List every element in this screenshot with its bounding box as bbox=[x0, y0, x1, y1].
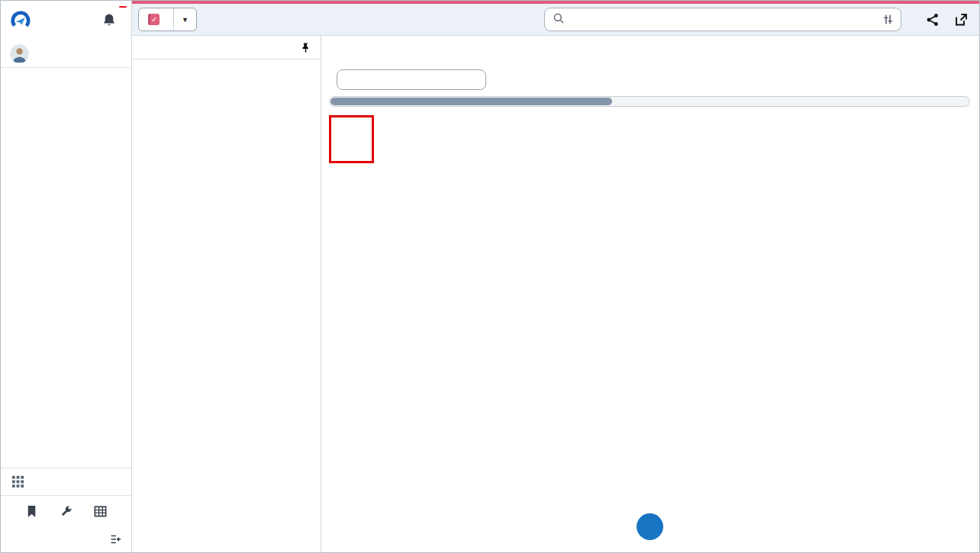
current-page-button[interactable] bbox=[637, 513, 663, 540]
topbar: ▼ bbox=[132, 1, 979, 36]
esm-app-window: ▼ bbox=[0, 0, 980, 553]
search-filter-icon[interactable] bbox=[882, 13, 895, 26]
diff-from-selection-control[interactable] bbox=[337, 69, 486, 90]
notification-bell-icon[interactable] bbox=[101, 11, 121, 31]
grid-menu-icon bbox=[10, 474, 25, 490]
annotation-red-box bbox=[329, 115, 374, 163]
task-register-button[interactable]: ▼ bbox=[138, 8, 197, 31]
main-content bbox=[321, 36, 979, 552]
task-check-icon bbox=[148, 14, 160, 25]
pagination bbox=[329, 506, 970, 552]
esm-logo-icon bbox=[10, 10, 31, 31]
notification-badge bbox=[119, 6, 127, 8]
collapse-sidebar-icon[interactable] bbox=[108, 532, 122, 546]
task-nav-panel bbox=[132, 36, 321, 552]
search-icon bbox=[553, 12, 565, 27]
search-input[interactable] bbox=[570, 14, 876, 25]
horizontal-scrollbar bbox=[329, 96, 970, 107]
open-in-new-icon[interactable] bbox=[953, 12, 969, 27]
all-menu-button[interactable] bbox=[1, 468, 131, 496]
user-profile[interactable] bbox=[1, 40, 131, 68]
table-icon[interactable] bbox=[93, 504, 108, 519]
pin-icon[interactable] bbox=[300, 42, 311, 53]
scrollbar-thumb[interactable] bbox=[330, 98, 612, 105]
avatar bbox=[10, 44, 29, 63]
sidebar bbox=[1, 1, 132, 552]
sidebar-nav bbox=[1, 68, 131, 468]
share-icon[interactable] bbox=[925, 12, 940, 27]
bookmark-icon[interactable] bbox=[24, 504, 39, 519]
wrench-icon[interactable] bbox=[59, 504, 73, 519]
global-search bbox=[544, 8, 901, 31]
task-register-dropdown[interactable]: ▼ bbox=[173, 8, 196, 31]
esm-logo[interactable] bbox=[10, 10, 35, 31]
